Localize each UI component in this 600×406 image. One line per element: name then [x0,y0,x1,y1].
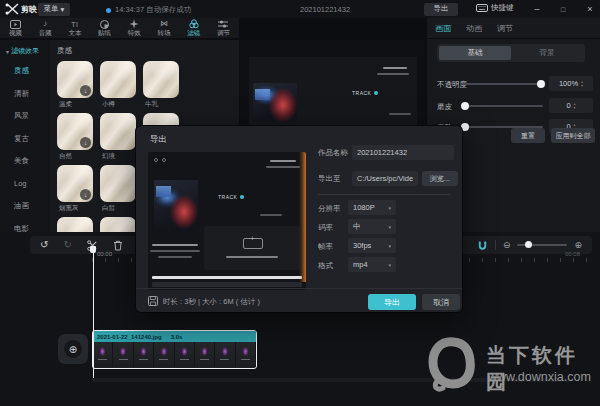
category-item[interactable]: 电影 [0,218,50,233]
timeline-clip[interactable]: 2021-01-22_141240.jpg 3.0s [92,330,257,369]
category-item[interactable]: 清新 [0,83,50,106]
video-still-image [253,83,297,123]
chevron-down-icon: ▾ [61,5,65,14]
shortcuts-button[interactable]: 快捷键 [476,3,514,13]
zoom-in-icon[interactable]: ⊕ [574,240,582,250]
filter-preview-image [100,61,136,98]
stepper-icons[interactable]: ▴▾ [574,102,576,110]
timeline-zoom-slider[interactable] [517,244,567,246]
video-preview[interactable]: TRACK [249,57,417,131]
tab-text[interactable]: TI 文本 [68,20,81,37]
filter-thumbnail[interactable]: 幻境 [100,113,136,160]
segment-background[interactable]: 背景 [511,46,583,60]
video-overlay-text: TRACK [352,90,378,96]
text-line-placeholder [389,113,411,115]
download-icon: ↓ [80,85,91,96]
tab-sticker[interactable]: 贴纸 [98,20,111,37]
category-item[interactable]: 质感 [0,60,50,83]
category-item[interactable]: 美食 [0,150,50,173]
snap-icon[interactable] [477,240,488,251]
minimize-button[interactable]: – [530,2,544,16]
filter-preview-image [100,217,136,232]
framerate-label: 帧率 [318,242,333,252]
inspector-tabs: 画面 动画 调节 [427,18,600,39]
filter-preview-image [100,113,136,150]
category-item[interactable]: Log [0,173,50,196]
maximize-button[interactable]: □ [556,2,570,16]
project-title: 202101221432 [300,5,350,14]
name-input[interactable] [352,145,454,160]
opacity-row: 不透明度 100% ▴▾ [427,76,600,92]
stepper-icons[interactable]: ▴▾ [581,80,583,88]
filter-thumbnail[interactable]: 牛乳 [143,61,179,108]
redo-icon[interactable]: ↻ [63,240,71,250]
filter-thumbnail[interactable]: ↓ 自然 [57,113,93,160]
text-line-placeholder [377,73,409,75]
name-label: 作品名称 [318,148,348,158]
add-media-button[interactable]: ⊕ [58,334,88,364]
tab-audio[interactable]: ♪ 音频 [39,20,52,37]
autosave-text: 14:34:37 自动保存成功 [115,5,191,15]
tab-animation[interactable]: 动画 [466,23,482,34]
category-item[interactable]: 风景 [0,105,50,128]
tab-filter[interactable]: 滤镜 [187,20,200,37]
divider [495,240,496,250]
apply-all-button[interactable]: 应用到全部 [551,128,595,143]
export-cancel-button[interactable]: 取消 [422,294,460,310]
filter-preview-image [143,61,179,98]
path-input[interactable] [352,171,418,186]
close-button[interactable]: × [583,2,597,16]
watermark-site-url: www.downxia.com [488,370,591,384]
framerate-select[interactable]: 30fps ▾ [348,238,396,253]
smooth-skin-value[interactable]: 0 ▴▾ [549,98,593,113]
playhead[interactable] [90,246,96,378]
zoom-slider-handle[interactable] [525,241,532,248]
tab-picture[interactable]: 画面 [435,23,451,34]
zoom-out-icon[interactable]: ⊖ [503,240,511,250]
undo-icon[interactable]: ↺ [40,240,48,250]
format-label: 格式 [318,261,333,271]
tab-video[interactable]: 视频 [9,20,22,37]
opacity-value[interactable]: 100% ▴▾ [549,76,593,91]
slider-handle[interactable] [461,123,469,131]
playhead-handle[interactable] [90,246,96,253]
resolution-label: 分辨率 [318,204,341,214]
tab-adjust[interactable]: 调节 [217,20,230,37]
titlebar-export-button[interactable]: 导出 [424,3,458,16]
reset-button[interactable]: 重置 [511,128,545,143]
filter-thumbnail[interactable]: 小樽 [100,61,136,108]
slider-handle[interactable] [461,102,469,110]
filter-thumbnail[interactable]: ↓ 烟熏灰 [57,165,93,212]
menu-button[interactable]: 菜单 ▾ [38,3,70,16]
browse-button[interactable]: 浏览... [422,171,458,186]
format-select[interactable]: mp4 ▾ [348,257,396,272]
export-confirm-button[interactable]: 导出 [368,294,416,310]
smooth-skin-slider[interactable] [463,105,543,107]
sticker-icon [100,20,109,29]
text-line-placeholder [226,256,278,258]
segment-basic[interactable]: 基础 [439,46,511,60]
filter-thumbnail[interactable] [57,217,93,232]
tab-effects[interactable]: 特效 [128,20,141,37]
filter-thumbnail[interactable] [100,217,136,232]
filter-thumbnail[interactable]: 白皙 [100,165,136,212]
watermark-logo-icon [424,334,480,392]
filter-tree-root[interactable]: ▾ 滤镜效果 [0,40,50,56]
category-item[interactable]: 油画 [0,195,50,218]
playhead-line [93,253,94,378]
filter-thumbnail[interactable]: ↓ 温柔 [57,61,93,108]
category-item[interactable]: 复古 [0,128,50,151]
filter-preview-image [100,165,136,202]
resolution-select[interactable]: 1080P ▾ [348,200,396,215]
delete-icon[interactable] [113,240,123,251]
sparkle-icon [129,20,139,29]
video-icon [10,20,21,29]
text-line-placeholder [152,244,198,246]
filmstrip-frame [154,342,174,367]
tab-transition[interactable]: ⋈ 转场 [158,20,171,37]
bitrate-select[interactable]: 中 ▾ [348,219,396,234]
tab-adjustment[interactable]: 调节 [497,23,513,34]
slider-handle[interactable] [537,80,545,88]
opacity-slider[interactable] [463,83,543,85]
teal-dot-icon [240,195,244,199]
